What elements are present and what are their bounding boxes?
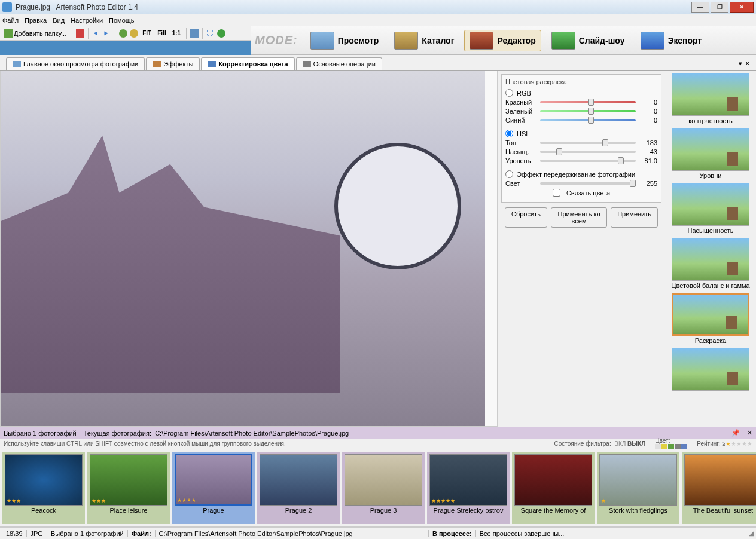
light-slider[interactable] [540, 182, 636, 185]
preset-contrast[interactable]: контрастность [667, 73, 754, 124]
thumb-item[interactable]: Prague 3 [342, 452, 425, 524]
filter-on[interactable]: ВКЛ [614, 440, 626, 447]
photo-canvas[interactable] [0, 71, 498, 427]
thumb-item[interactable]: Prague 2 [257, 452, 340, 524]
fit-button[interactable]: FIT [141, 29, 153, 37]
list-icon[interactable] [190, 29, 199, 38]
apply-all-button[interactable]: Применить ко всем [551, 207, 607, 228]
next-icon[interactable]: ► [103, 29, 111, 38]
close-button[interactable]: ✕ [730, 2, 754, 13]
zoom-out-icon[interactable] [130, 29, 138, 38]
thumb-image [684, 454, 756, 506]
scale-1to1-button[interactable]: 1:1 [170, 29, 182, 37]
preset-saturation[interactable]: Насыщенность [667, 183, 754, 234]
color-group: Цветовая раскраска RGB Красный0 Зеленый0… [501, 74, 662, 203]
green-slider[interactable] [540, 110, 636, 112]
sat-slider[interactable] [540, 151, 636, 153]
preset-thumb [672, 73, 749, 116]
view-mode-icon [310, 32, 334, 50]
preset-thumb [672, 128, 749, 171]
link-colors-checkbox[interactable] [553, 189, 560, 197]
red-slider[interactable] [540, 101, 636, 103]
thumb-image: ★★★★ [175, 454, 252, 506]
thumb-image [345, 454, 422, 506]
thumb-image [514, 454, 592, 506]
overexpose-label: Эффект передерживание фотографии [517, 171, 635, 178]
dropdown-icon[interactable]: ▾ [739, 60, 742, 68]
rating-filter[interactable]: Рейтинг: ≥★★★★★ [697, 440, 752, 447]
photo-icon [13, 61, 21, 67]
preset-extra[interactable] [667, 348, 754, 391]
preset-levels[interactable]: Уровни [667, 128, 754, 179]
lvl-slider[interactable] [540, 160, 636, 162]
overexpose-radio-row[interactable]: Эффект передерживание фотографии [505, 170, 657, 178]
hsl-radio-row[interactable]: HSL [505, 130, 657, 137]
thumbnails-strip[interactable]: ★★★Peacock ★★★Place leisure ★★★★Prague P… [0, 449, 756, 527]
zoom-in-icon[interactable] [119, 29, 127, 38]
red-value: 0 [639, 99, 657, 106]
mode-editor[interactable]: Редактор [464, 30, 541, 51]
mode-slideshow[interactable]: Слайд-шоу [546, 30, 630, 51]
rgb-radio[interactable] [505, 89, 513, 97]
menu-edit[interactable]: Правка [25, 17, 47, 24]
titlebar[interactable]: Prague.jpg Artensoft Photo Editor 1.4 — … [0, 0, 756, 14]
tab-basic-ops[interactable]: Основные операции [296, 57, 382, 70]
tab-color-correction[interactable]: Корректировка цвета [201, 57, 294, 70]
link-colors-label: Связать цвета [566, 189, 610, 197]
overexpose-radio[interactable] [505, 170, 513, 178]
menu-settings[interactable]: Настройки [71, 17, 103, 24]
thumb-item[interactable]: ★★★Place leisure [87, 452, 170, 524]
maximize-button[interactable]: ❐ [711, 2, 728, 13]
resize-grip-icon[interactable]: ◢ [749, 529, 754, 537]
pin-icon[interactable]: 📌 [731, 429, 740, 437]
preset-thumb [672, 348, 749, 391]
fullscreen-icon[interactable]: ⛶ [206, 29, 215, 38]
slideshow-mode-icon [551, 32, 575, 50]
menubar: Файл Правка Вид Настройки Помощь [0, 14, 756, 26]
preset-colorize[interactable]: Раскраска [667, 293, 754, 344]
mode-catalog[interactable]: Каталог [389, 30, 459, 51]
green-value: 0 [639, 108, 657, 115]
blue-slider[interactable] [540, 119, 636, 121]
mode-export[interactable]: Экспорт [635, 30, 708, 51]
status-process: Все процессы завершены... [476, 530, 749, 537]
delete-icon[interactable] [76, 29, 84, 38]
thumb-item[interactable]: ★★★Peacock [2, 452, 85, 524]
red-slider-row: Красный0 [505, 99, 657, 106]
light-value: 255 [639, 180, 657, 187]
thumb-item[interactable]: ★Stork with fledglings [597, 452, 679, 524]
menu-help[interactable]: Помощь [109, 17, 135, 24]
status-selected: Выбрано 1 фотографий [47, 530, 128, 537]
preset-balance-gamma[interactable]: Цветовой баланс и гамма [667, 238, 754, 289]
hue-slider[interactable] [540, 142, 636, 144]
close-panel-icon[interactable]: ✕ [747, 429, 752, 437]
menu-view[interactable]: Вид [53, 17, 65, 24]
fill-button[interactable]: Fill [156, 29, 167, 37]
prev-icon[interactable]: ◄ [92, 29, 100, 38]
thumb-item[interactable]: The Beautiful sunset [682, 452, 756, 524]
tab-effects[interactable]: Эффекты [146, 57, 200, 70]
link-colors-row[interactable]: Связать цвета [505, 189, 657, 197]
rgb-radio-row[interactable]: RGB [505, 89, 657, 97]
filter-off[interactable]: ВЫКЛ [627, 440, 645, 447]
play-icon[interactable] [217, 29, 225, 38]
hsl-radio[interactable] [505, 130, 513, 137]
apply-button[interactable]: Применить [611, 207, 658, 228]
content-area: Цветовая раскраска RGB Красный0 Зеленый0… [0, 71, 756, 427]
side-panel: Цветовая раскраска RGB Красный0 Зеленый0… [498, 71, 665, 427]
mode-label: MODE: [255, 33, 298, 47]
close-tab-icon[interactable]: ✕ [745, 60, 750, 68]
minimize-button[interactable]: — [691, 2, 709, 13]
photo-image [1, 71, 485, 427]
mode-view[interactable]: Просмотр [305, 30, 385, 51]
reset-button[interactable]: Сбросить [505, 207, 547, 228]
tab-main-view[interactable]: Главное окно просмотра фотографии [6, 57, 145, 70]
menu-file[interactable]: Файл [2, 17, 19, 24]
hue-value: 183 [639, 139, 657, 146]
color-filter: Цвет: [655, 437, 687, 450]
status-process-label: В процессе: [429, 530, 476, 537]
thumb-item[interactable]: ★★★★Prague [172, 452, 255, 524]
thumb-item[interactable]: ★★★★★Prague Strelecky ostrov [427, 452, 510, 524]
add-folder-button[interactable]: Добавить папку... [2, 29, 68, 38]
thumb-item[interactable]: Square the Memory of [512, 452, 595, 524]
